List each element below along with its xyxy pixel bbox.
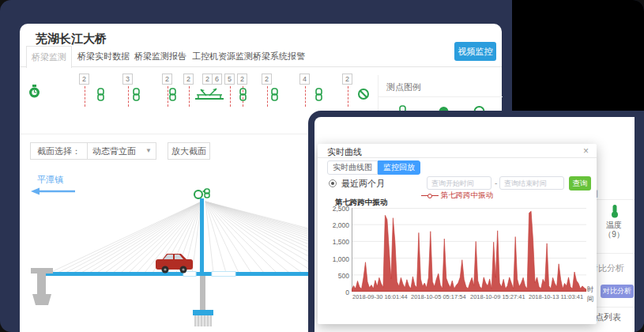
section-select-label: 截面选择： — [31, 143, 88, 159]
chain-link-icon[interactable] — [168, 88, 177, 104]
tab-bridge-system-alarm[interactable]: 桥梁系统报警 — [253, 46, 305, 67]
modal-header: 实时曲线 × — [318, 144, 597, 158]
sensor-count-badge: 4 — [299, 74, 310, 85]
chain-link-icon[interactable] — [270, 88, 279, 104]
black-background-region — [512, 0, 644, 112]
y-axis-tick: 500 — [322, 272, 349, 280]
left-direction-arrow-icon — [31, 188, 75, 195]
sensor-drop-line — [85, 86, 85, 107]
y-axis-tick: 1,500 — [322, 238, 349, 246]
sensor-count-badge: 2 — [237, 74, 247, 85]
tab-bridge-realtime-data[interactable]: 桥梁实时数据 — [77, 46, 130, 67]
legend-panel-title: 测点图例 — [386, 81, 421, 93]
zoom-section-button[interactable]: 放大截面 — [168, 142, 210, 160]
x-axis-tick: 2018-10-13 11:03:41 — [529, 293, 589, 300]
tab-bridge-report[interactable]: 桥梁监测报告 — [134, 46, 186, 67]
screen: 芜湖长江大桥 桥梁监测 桥梁实时数据 桥梁监测报告 工控机资源监测 桥梁系统报警… — [0, 0, 644, 332]
chain-link-icon[interactable] — [96, 88, 105, 104]
sensor-count-badge: 2 — [162, 74, 172, 85]
sensor-count-badge: 2 — [262, 74, 272, 85]
recent-two-months-radio[interactable] — [329, 179, 337, 187]
chain-link-icon[interactable] — [132, 88, 141, 104]
x-axis-label: 时间 — [587, 285, 597, 304]
y-axis-tick: 2,500 — [322, 205, 349, 213]
temperature-count: （9） — [602, 229, 626, 240]
car — [156, 254, 193, 274]
range-separator: - — [495, 179, 497, 187]
chevron-down-icon: ▼ — [145, 143, 152, 159]
thermometer-icon — [610, 204, 620, 221]
tab-ipc-resource-monitor[interactable]: 工控机资源监测 — [192, 46, 253, 67]
bridge-tower — [200, 198, 204, 274]
pier-cap — [193, 310, 213, 315]
y-axis-tick: 2,000 — [322, 221, 349, 229]
section-select-dropdown[interactable]: 动态背立面 ▼ — [88, 143, 156, 159]
modal-tab-bar: 实时曲线图 监控回放 — [327, 160, 420, 175]
sensor-count-badge: 6 — [212, 74, 222, 85]
no-entry-icon[interactable] — [357, 88, 370, 104]
divider — [378, 96, 503, 97]
sensor-count-badge: 2 — [342, 74, 352, 85]
y-axis-tick: 1,000 — [322, 255, 349, 263]
left-bank-label: 平潭镇 — [37, 175, 63, 184]
section-bar: 截面选择： 动态背立面 ▼ 放大截面 — [30, 142, 210, 160]
tab-monitor-playback[interactable]: 监控回放 — [378, 160, 420, 175]
sensor-count-badge: 2 — [79, 74, 89, 85]
sensor-drop-line — [267, 86, 268, 107]
sensor-drop-line — [348, 86, 348, 107]
legend-marker-icon — [421, 194, 439, 198]
x-axis-tick: 2018-10-05 05:17:54 — [411, 293, 471, 300]
query-start-input[interactable] — [427, 176, 491, 190]
vibration-series — [352, 211, 586, 292]
video-monitor-button[interactable]: 视频监控 — [454, 42, 496, 61]
pier-foundation — [194, 315, 212, 326]
deck-joint — [212, 272, 235, 277]
gantry-crane-icon[interactable] — [194, 86, 224, 105]
radio-label: 最近两个月 — [341, 178, 385, 190]
sensor-drop-line — [305, 86, 306, 107]
rotate-icon — [194, 190, 205, 198]
sensor-drop-line — [189, 86, 190, 107]
x-axis-tick: 2018-09-30 16:01:44 — [352, 293, 412, 300]
sensor-count-badge: 3 — [122, 74, 133, 85]
sensor-drop-line — [230, 86, 231, 107]
tab-bridge-monitor[interactable]: 桥梁监测 — [26, 46, 72, 68]
tab-realtime-curve[interactable]: 实时曲线图 — [327, 160, 378, 175]
clock-icon[interactable] — [28, 85, 41, 103]
search-button[interactable]: 查询 — [569, 176, 591, 191]
sensor-count-badge: 2 — [183, 74, 194, 85]
chain-link-icon — [205, 189, 209, 198]
section-select-group: 截面选择： 动态背立面 ▼ — [30, 142, 156, 160]
modal-title: 实时曲线 — [327, 146, 362, 158]
page-title: 芜湖长江大桥 — [36, 32, 107, 47]
close-icon[interactable]: × — [583, 145, 589, 157]
sensor-count-badge: 5 — [224, 74, 235, 85]
query-end-input[interactable] — [499, 176, 564, 190]
x-axis-tick: 2018-10-09 15:27:41 — [470, 293, 530, 300]
chain-link-icon[interactable] — [314, 88, 323, 104]
compare-analysis-button[interactable]: 对比分析 — [601, 285, 634, 298]
chart-plot — [352, 208, 586, 292]
sensor-drop-line — [128, 86, 129, 107]
tower-pier — [200, 276, 205, 310]
tab-bar: 桥梁监测 桥梁实时数据 桥梁监测报告 工控机资源监测 桥梁系统报警 — [20, 46, 502, 67]
chain-link-icon[interactable] — [239, 88, 247, 104]
realtime-curve-modal: 实时曲线 × 实时曲线图 监控回放 最近两个月 - 查询 第七跨跨中振动 第七跨… — [318, 144, 597, 324]
y-axis-tick: 0 — [322, 289, 349, 296]
section-select-value: 动态背立面 — [92, 146, 136, 156]
